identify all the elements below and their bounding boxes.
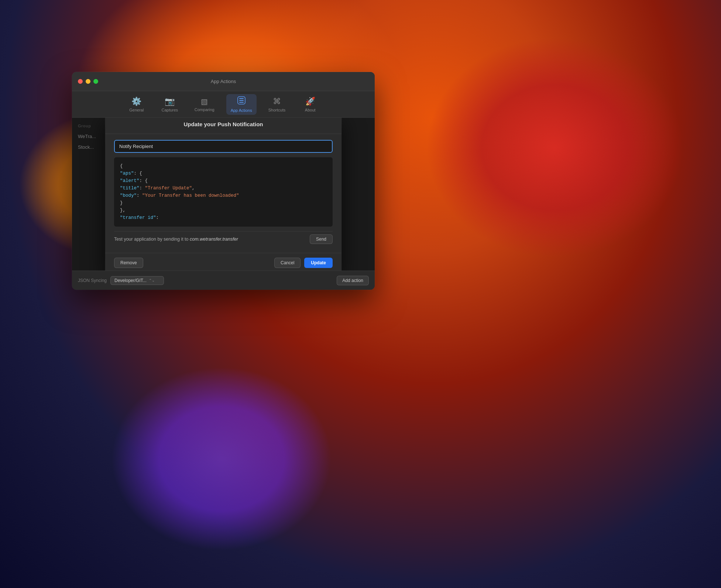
toolbar-label-general: General: [129, 108, 144, 112]
toolbar-label-captures: Captures: [161, 108, 178, 112]
gear-icon: ⚙️: [131, 97, 141, 106]
bg-orb-2: [426, 37, 684, 258]
test-prefix: Test your application by sending it to: [146, 237, 190, 242]
toolbar-label-shortcuts: Shortcuts: [268, 108, 285, 112]
camera-icon: 📷: [165, 97, 175, 106]
chevron-down-icon: ⌃⌄: [149, 278, 155, 282]
window-body: Group WeTra... Stock... Update your Push…: [72, 118, 375, 271]
app-window: App Actions ⚙️ General 📷 Captures ▧ Comp…: [72, 72, 375, 290]
close-window-button[interactable]: [78, 79, 83, 84]
bundle-id: com.wetransfer.transfer: [190, 237, 238, 242]
update-button[interactable]: Update: [304, 258, 333, 268]
push-notification-modal: Update your Push Notification { "aps": {…: [146, 118, 341, 271]
shortcuts-icon: ⌘: [273, 97, 281, 106]
test-row: Test your application by sending it to c…: [146, 231, 333, 247]
json-code-editor[interactable]: { "aps": { "alert": { "title": "Transfer…: [146, 157, 333, 227]
toolbar-item-comparing[interactable]: ▧ Comparing: [190, 95, 219, 114]
main-content: Update your Push Notification { "aps": {…: [146, 118, 375, 271]
send-button[interactable]: Send: [310, 234, 333, 244]
bottom-bar: JSON Syncing Developer/GIT... ⌃⌄ Add act…: [72, 271, 375, 290]
cancel-button[interactable]: Cancel: [274, 258, 301, 268]
test-description: Test your application by sending it to c…: [146, 237, 305, 242]
toolbar-label-comparing: Comparing: [195, 107, 214, 112]
compare-icon: ▧: [201, 97, 208, 106]
json-syncing-label: JSON Syncing: [78, 278, 107, 283]
toolbar-label-app-actions: App Actions: [231, 108, 252, 113]
git-dropdown[interactable]: Developer/GIT... ⌃⌄: [110, 276, 164, 285]
modal-overlay: Update your Push Notification { "aps": {…: [146, 118, 375, 271]
modal-footer: Remove Cancel Update: [146, 253, 341, 271]
toolbar-item-shortcuts[interactable]: ⌘ Shortcuts: [264, 94, 290, 114]
toolbar-label-about: About: [305, 108, 316, 112]
toolbar-item-app-actions[interactable]: App Actions: [226, 94, 257, 115]
modal-body: { "aps": { "alert": { "title": "Transfer…: [146, 134, 341, 253]
window-title: App Actions: [211, 79, 236, 84]
traffic-lights: [78, 79, 98, 84]
action-name-input[interactable]: [146, 140, 333, 153]
dropdown-value: Developer/GIT...: [114, 278, 147, 283]
toolbar-item-about[interactable]: 🚀 About: [297, 94, 323, 114]
toolbar-item-captures[interactable]: 📷 Captures: [157, 94, 183, 114]
toolbar-item-general[interactable]: ⚙️ General: [124, 94, 150, 114]
toolbar: ⚙️ General 📷 Captures ▧ Comparing App Ac…: [72, 91, 375, 118]
bg-orb-3: [111, 367, 332, 551]
titlebar: App Actions: [72, 72, 375, 91]
add-action-button[interactable]: Add action: [337, 276, 369, 285]
modal-header: Update your Push Notification: [146, 118, 341, 134]
minimize-window-button[interactable]: [86, 79, 90, 84]
app-actions-icon: [237, 96, 246, 107]
modal-title: Update your Push Notification: [183, 121, 263, 127]
footer-right-actions: Cancel Update: [274, 258, 333, 268]
maximize-window-button[interactable]: [93, 79, 98, 84]
rocket-icon: 🚀: [305, 97, 315, 106]
